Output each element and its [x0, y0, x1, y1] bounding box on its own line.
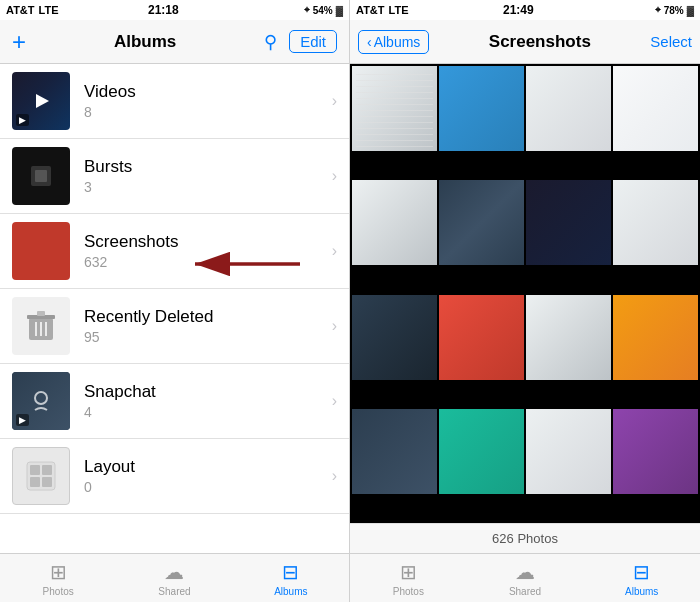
- tab-bar-right: ⊞ Photos ☁ Shared ⊟ Albums: [350, 553, 700, 602]
- photo-cell-2[interactable]: [439, 66, 524, 151]
- album-item-bursts[interactable]: Bursts 3 ›: [0, 139, 349, 214]
- album-item-layout[interactable]: Layout 0 ›: [0, 439, 349, 514]
- network-right: LTE: [389, 4, 409, 16]
- album-name-layout: Layout: [84, 457, 332, 477]
- burst-icon: [27, 162, 55, 190]
- albums-label-right: Albums: [625, 586, 658, 597]
- nav-right-left: ⚲ Edit: [264, 30, 337, 53]
- tab-photos-left[interactable]: ⊞ Photos: [0, 560, 116, 597]
- photos-icon-left: ⊞: [50, 560, 67, 584]
- photo-cell-12[interactable]: [613, 295, 698, 380]
- album-thumb-deleted: [12, 297, 70, 355]
- battery-left: 54%: [313, 5, 333, 16]
- shared-icon-left: ☁: [164, 560, 184, 584]
- album-info-bursts: Bursts 3: [84, 157, 332, 195]
- left-panel: AT&T LTE 21:18 ⌖ 54% ▓ + Albums ⚲ Edit: [0, 0, 350, 602]
- search-button[interactable]: ⚲: [264, 31, 277, 53]
- bt-icon-right: ⌖: [655, 4, 661, 16]
- tab-photos-right[interactable]: ⊞ Photos: [350, 560, 467, 597]
- photo-cell-9[interactable]: [352, 295, 437, 380]
- photo-cell-4[interactable]: [613, 66, 698, 151]
- photo-cell-16[interactable]: [613, 409, 698, 494]
- back-label: Albums: [374, 34, 421, 50]
- add-album-button[interactable]: +: [12, 30, 26, 54]
- album-name-snapchat: Snapchat: [84, 382, 332, 402]
- photo-count-bar: 626 Photos: [350, 523, 700, 553]
- photo-cell-15[interactable]: [526, 409, 611, 494]
- nav-bar-left: + Albums ⚲ Edit: [0, 20, 349, 64]
- album-count-layout: 0: [84, 479, 332, 495]
- time-left: 21:18: [148, 3, 179, 17]
- photo-cell-11[interactable]: [526, 295, 611, 380]
- carrier-left: AT&T: [6, 4, 35, 16]
- network-left: LTE: [39, 4, 59, 16]
- chevron-snapchat: ›: [332, 392, 337, 410]
- chevron-videos: ›: [332, 92, 337, 110]
- chevron-screenshots: ›: [332, 242, 337, 260]
- back-button[interactable]: ‹ Albums: [358, 30, 429, 54]
- album-info-screenshots: Screenshots 632: [84, 232, 332, 270]
- chevron-bursts: ›: [332, 167, 337, 185]
- photo-cell-14[interactable]: [439, 409, 524, 494]
- photo-cell-8[interactable]: [613, 180, 698, 265]
- album-item-snapchat[interactable]: Snapchat 4 ›: [0, 364, 349, 439]
- albums-label-left: Albums: [274, 586, 307, 597]
- edit-button[interactable]: Edit: [289, 30, 337, 53]
- back-chevron-icon: ‹: [367, 34, 372, 50]
- tab-shared-right[interactable]: ☁ Shared: [467, 560, 584, 597]
- battery-icon-left: ▓: [336, 5, 343, 16]
- right-panel: AT&T LTE 21:49 ⌖ 78% ▓ ‹ Albums Screensh…: [350, 0, 700, 602]
- album-thumb-videos: [12, 72, 70, 130]
- svg-rect-13: [30, 477, 40, 487]
- album-info-deleted: Recently Deleted 95: [84, 307, 332, 345]
- photo-cell-1[interactable]: [352, 66, 437, 151]
- svg-rect-11: [30, 465, 40, 475]
- screenshots-title: Screenshots: [489, 32, 591, 52]
- album-item-deleted[interactable]: Recently Deleted 95 ›: [0, 289, 349, 364]
- photos-label-left: Photos: [43, 586, 74, 597]
- photo-cell-13[interactable]: [352, 409, 437, 494]
- svg-marker-0: [36, 94, 49, 108]
- album-count-deleted: 95: [84, 329, 332, 345]
- album-name-videos: Videos: [84, 82, 332, 102]
- photo-cell-7[interactable]: [526, 180, 611, 265]
- nav-bar-right: ‹ Albums Screenshots Select: [350, 20, 700, 64]
- shared-label-left: Shared: [158, 586, 190, 597]
- albums-icon-left: ⊟: [282, 560, 299, 584]
- svg-rect-14: [42, 477, 52, 487]
- select-button[interactable]: Select: [650, 33, 692, 50]
- tab-albums-right[interactable]: ⊟ Albums: [583, 560, 700, 597]
- tab-shared-left[interactable]: ☁ Shared: [116, 560, 232, 597]
- photo-count-text: 626 Photos: [492, 531, 558, 546]
- svg-rect-12: [42, 465, 52, 475]
- album-count-screenshots: 632: [84, 254, 332, 270]
- right-status-left: ⌖ 54% ▓: [304, 4, 343, 16]
- album-list: Videos 8 › Bursts 3 ›: [0, 64, 349, 553]
- photos-icon-right: ⊞: [400, 560, 417, 584]
- bt-icon-left: ⌖: [304, 4, 310, 16]
- snapchat-icon: [30, 390, 52, 412]
- album-thumb-bursts: [12, 147, 70, 205]
- photo-cell-10[interactable]: [439, 295, 524, 380]
- photo-cell-5[interactable]: [352, 180, 437, 265]
- tab-albums-left[interactable]: ⊟ Albums: [233, 560, 349, 597]
- photo-cell-6[interactable]: [439, 180, 524, 265]
- svg-rect-2: [35, 170, 47, 182]
- album-thumb-screenshots: [12, 222, 70, 280]
- album-info-snapchat: Snapchat 4: [84, 382, 332, 420]
- albums-title: Albums: [114, 32, 176, 52]
- album-item-screenshots[interactable]: Screenshots 632 ›: [0, 214, 349, 289]
- battery-icon-right: ▓: [687, 5, 694, 16]
- album-item-videos[interactable]: Videos 8 ›: [0, 64, 349, 139]
- photos-label-right: Photos: [393, 586, 424, 597]
- album-name-bursts: Bursts: [84, 157, 332, 177]
- album-name-screenshots: Screenshots: [84, 232, 332, 252]
- time-right: 21:49: [503, 3, 534, 17]
- photo-grid: [350, 64, 700, 523]
- chevron-layout: ›: [332, 467, 337, 485]
- status-bar-left: AT&T LTE 21:18 ⌖ 54% ▓: [0, 0, 349, 20]
- status-bar-right: AT&T LTE 21:49 ⌖ 78% ▓: [350, 0, 700, 20]
- photo-cell-3[interactable]: [526, 66, 611, 151]
- left-status-left: AT&T LTE: [6, 4, 58, 16]
- trash-icon: [27, 310, 55, 342]
